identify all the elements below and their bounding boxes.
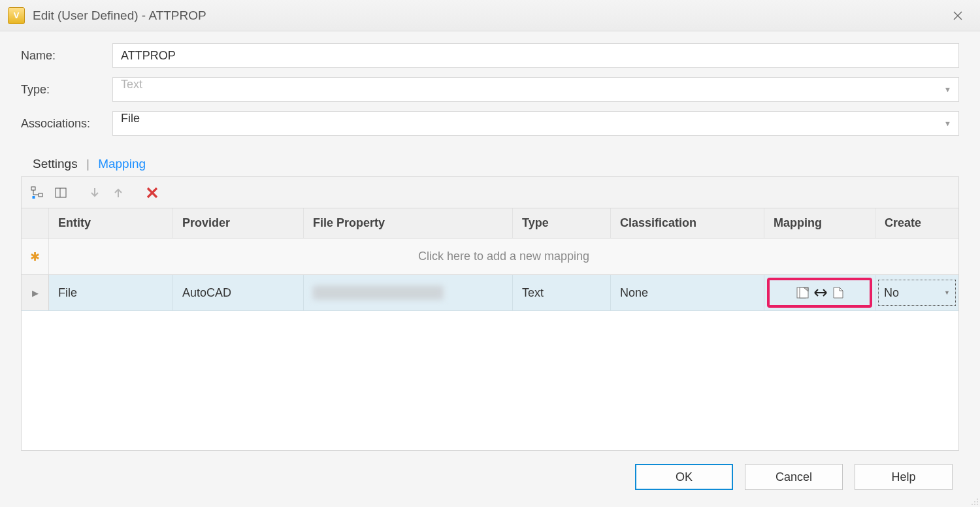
svg-point-11: [974, 504, 975, 505]
grid-row[interactable]: ▶ File AutoCAD Text None: [22, 275, 958, 311]
arrow-up-icon: [112, 187, 124, 199]
associations-select[interactable]: File: [112, 111, 959, 136]
name-label: Name:: [21, 49, 112, 63]
tab-divider: |: [86, 157, 90, 171]
delete-icon: [146, 186, 159, 199]
row-marker-icon: ▶: [32, 288, 39, 298]
svg-rect-0: [31, 187, 35, 190]
associations-value: File: [121, 112, 140, 125]
redacted-value: [313, 286, 444, 300]
help-button[interactable]: Help: [855, 464, 953, 490]
header-mapping[interactable]: Mapping: [764, 208, 875, 238]
cancel-button[interactable]: Cancel: [745, 464, 843, 490]
ok-button[interactable]: OK: [635, 464, 733, 490]
grid-header: Entity Provider File Property Type Class…: [22, 208, 958, 238]
associations-row: Associations: File ▼: [21, 111, 959, 136]
mapping-toolbar: [21, 176, 959, 208]
dialog-body: Name: Type: Text ▼ Associations: File ▼ …: [0, 31, 980, 507]
cell-create[interactable]: No ▼: [875, 275, 958, 310]
svg-point-10: [972, 504, 973, 505]
cell-mapping[interactable]: [764, 275, 875, 310]
svg-point-12: [977, 504, 978, 505]
resize-grip-icon[interactable]: [968, 495, 979, 506]
move-up-button[interactable]: [108, 182, 129, 203]
close-button[interactable]: [945, 0, 971, 31]
new-row-prompt: Click here to add a new mapping: [49, 238, 958, 274]
dialog-window: V Edit (User Defined) - ATTPROP Name: Ty…: [0, 0, 980, 507]
chevron-down-icon: ▼: [944, 289, 950, 296]
subtabs: Settings | Mapping: [33, 157, 959, 171]
type-label: Type:: [21, 83, 112, 97]
type-row: Type: Text ▼: [21, 77, 959, 102]
type-value: Text: [121, 78, 142, 91]
delete-row-button[interactable]: [142, 182, 163, 203]
mapping-highlight: [767, 278, 872, 308]
move-down-button[interactable]: [84, 182, 105, 203]
close-icon: [953, 11, 962, 20]
panel-view-button[interactable]: [50, 182, 71, 203]
svg-point-9: [977, 501, 978, 502]
tree-view-button[interactable]: [27, 182, 48, 203]
window-title: Edit (User Defined) - ATTPROP: [33, 8, 945, 23]
cell-entity[interactable]: File: [49, 275, 173, 310]
header-entity[interactable]: Entity: [49, 208, 173, 238]
header-handle: [22, 208, 49, 238]
header-classification[interactable]: Classification: [611, 208, 764, 238]
tree-icon: [31, 186, 44, 199]
cell-type[interactable]: Text: [513, 275, 611, 310]
svg-rect-3: [56, 188, 66, 197]
cell-provider[interactable]: AutoCAD: [173, 275, 304, 310]
grid-new-row[interactable]: ✱ Click here to add a new mapping: [22, 238, 958, 275]
panel-icon: [54, 186, 67, 199]
header-type[interactable]: Type: [513, 208, 611, 238]
grid-empty-area: [22, 311, 958, 450]
arrow-down-icon: [89, 187, 101, 199]
svg-point-8: [974, 501, 975, 502]
mapping-grid: Entity Provider File Property Type Class…: [21, 208, 959, 451]
associations-label: Associations:: [21, 117, 112, 131]
app-icon: V: [8, 7, 25, 24]
tab-mapping[interactable]: Mapping: [98, 157, 146, 171]
dialog-footer: OK Cancel Help: [21, 451, 959, 507]
create-value: No: [884, 286, 899, 300]
sync-arrows-icon: [813, 288, 828, 297]
titlebar: V Edit (User Defined) - ATTPROP: [0, 0, 980, 31]
name-input[interactable]: [112, 43, 959, 68]
svg-rect-2: [33, 196, 35, 199]
header-provider[interactable]: Provider: [173, 208, 304, 238]
header-create[interactable]: Create: [875, 208, 958, 238]
new-row-icon: ✱: [30, 250, 40, 264]
cell-classification[interactable]: None: [611, 275, 764, 310]
tab-settings[interactable]: Settings: [33, 157, 78, 171]
header-fileprop[interactable]: File Property: [304, 208, 513, 238]
type-select: Text: [112, 77, 959, 102]
row-selector[interactable]: ▶: [22, 275, 49, 310]
cell-fileprop[interactable]: [304, 275, 513, 310]
svg-rect-1: [39, 193, 42, 197]
svg-point-7: [977, 499, 978, 500]
document-right-icon: [832, 286, 845, 300]
name-row: Name:: [21, 43, 959, 68]
document-left-icon: [795, 286, 809, 300]
